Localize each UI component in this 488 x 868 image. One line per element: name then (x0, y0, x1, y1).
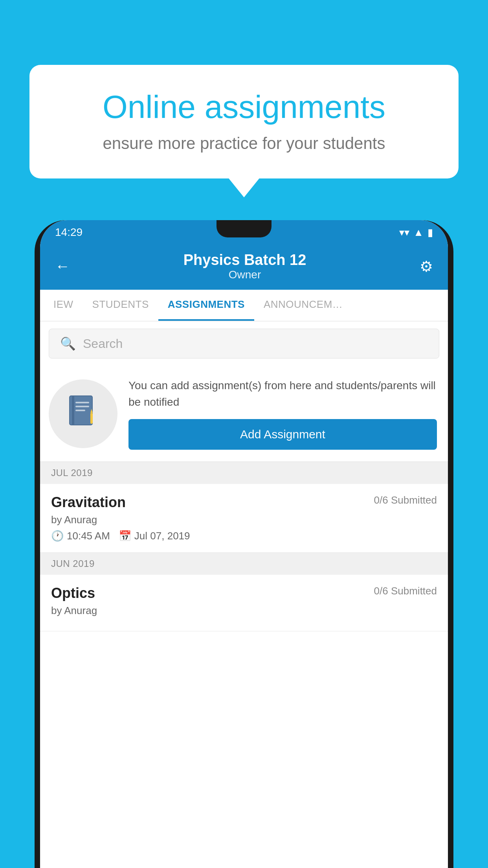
tab-announcements[interactable]: ANNOUNCEM… (254, 290, 352, 321)
svg-rect-4 (75, 410, 85, 411)
svg-rect-2 (75, 402, 89, 403)
phone-screen: 14:29 ▾▾ ▲ ▮ ← Physics Batch 12 Owner ⚙ … (40, 220, 448, 868)
cta-right: You can add assignment(s) from here and … (128, 377, 437, 450)
svg-rect-5 (90, 413, 93, 424)
header-title: Physics Batch 12 (183, 252, 306, 268)
assignment-cta: You can add assignment(s) from here and … (40, 366, 448, 462)
assignment-author-optics: by Anurag (51, 605, 437, 617)
submitted-badge: 0/6 Submitted (374, 494, 437, 506)
section-jun-2019: JUN 2019 (40, 553, 448, 575)
settings-icon[interactable]: ⚙ (420, 258, 433, 275)
tab-overview[interactable]: IEW (44, 290, 83, 321)
search-bar[interactable]: 🔍 Search (49, 329, 439, 359)
wifi-icon: ▾▾ (399, 226, 409, 239)
cta-text: You can add assignment(s) from here and … (128, 377, 437, 410)
notch (216, 220, 272, 237)
add-assignment-button[interactable]: Add Assignment (128, 419, 437, 450)
battery-icon: ▮ (427, 226, 433, 239)
header-center: Physics Batch 12 Owner (183, 252, 306, 281)
phone-frame: 14:29 ▾▾ ▲ ▮ ← Physics Batch 12 Owner ⚙ … (35, 220, 453, 868)
section-jul-2019: JUL 2019 (40, 462, 448, 484)
search-icon: 🔍 (60, 336, 76, 351)
assignment-meta: 🕐 10:45 AM 📅 Jul 07, 2019 (51, 530, 437, 542)
clock-icon: 🕐 (51, 530, 64, 542)
app-header: ← Physics Batch 12 Owner ⚙ (40, 245, 448, 290)
calendar-icon: 📅 (119, 530, 131, 542)
svg-rect-1 (72, 396, 74, 425)
tabs-bar: IEW STUDENTS ASSIGNMENTS ANNOUNCEM… (40, 290, 448, 322)
header-subtitle: Owner (183, 268, 306, 281)
assignment-author: by Anurag (51, 514, 437, 526)
tab-assignments[interactable]: ASSIGNMENTS (158, 290, 254, 321)
speech-bubble-wrapper: Online assignments ensure more practice … (29, 65, 459, 178)
status-time: 14:29 (55, 226, 83, 239)
cta-icon-circle (49, 379, 117, 448)
back-button[interactable]: ← (55, 258, 70, 275)
signal-icon: ▲ (413, 226, 424, 239)
search-container: 🔍 Search (40, 322, 448, 366)
bubble-title: Online assignments (57, 88, 431, 125)
svg-rect-3 (75, 406, 89, 407)
assignment-name: Gravitation (51, 494, 126, 511)
assignment-item-optics[interactable]: Optics 0/6 Submitted by Anurag (40, 575, 448, 631)
assignment-item-gravitation[interactable]: Gravitation 0/6 Submitted by Anurag 🕐 10… (40, 484, 448, 553)
tab-students[interactable]: STUDENTS (83, 290, 158, 321)
status-icons: ▾▾ ▲ ▮ (399, 226, 433, 239)
assignment-top-row-optics: Optics 0/6 Submitted (51, 585, 437, 601)
bubble-subtitle: ensure more practice for your students (57, 134, 431, 153)
meta-date: 📅 Jul 07, 2019 (119, 530, 190, 542)
assignment-date: Jul 07, 2019 (134, 530, 190, 542)
search-input[interactable]: Search (83, 337, 123, 351)
status-bar: 14:29 ▾▾ ▲ ▮ (40, 220, 448, 245)
meta-time: 🕐 10:45 AM (51, 530, 110, 542)
assignment-top-row: Gravitation 0/6 Submitted (51, 494, 437, 511)
assignment-name-optics: Optics (51, 585, 95, 601)
notebook-icon (68, 394, 99, 434)
submitted-badge-optics: 0/6 Submitted (374, 585, 437, 597)
assignment-time: 10:45 AM (67, 530, 110, 542)
speech-bubble: Online assignments ensure more practice … (29, 65, 459, 178)
